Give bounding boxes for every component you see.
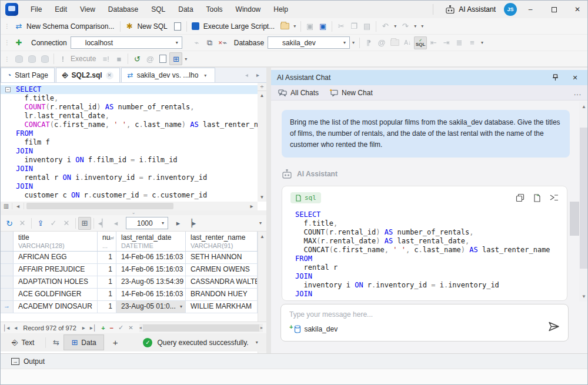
menu-database[interactable]: Database — [102, 3, 145, 16]
export-data-icon[interactable]: ⇪ — [34, 217, 47, 230]
cell-renter[interactable]: CASSANDRA WALTERS — [186, 276, 258, 288]
scrollbar-thumb[interactable] — [26, 203, 173, 209]
maximize-button[interactable] — [544, 2, 564, 17]
cell-rentals[interactable]: 1 — [98, 252, 116, 263]
context-tag[interactable]: + sakila_dev — [289, 323, 338, 335]
table-row[interactable]: AFRICAN EGG 1 14-Feb-06 15:16:03 SETH HA… — [1, 252, 266, 264]
tab-scroll-right-icon[interactable]: ▸ — [256, 72, 259, 78]
cell-rentals[interactable]: 1 — [98, 264, 116, 276]
paste-icon[interactable]: ▤ — [360, 20, 373, 33]
redo-icon[interactable]: ↷ — [399, 20, 412, 33]
new-sql-button[interactable]: New SQL — [136, 22, 171, 31]
column-header-title[interactable]: title VARCHAR(128) — [14, 232, 98, 251]
redo-dropdown[interactable]: ▾ — [412, 24, 419, 29]
cell-title[interactable]: ADAPTATION HOLES — [14, 276, 98, 288]
close-panel-icon[interactable]: ✕ — [567, 74, 583, 82]
format-lines-icon[interactable]: ≣ — [453, 36, 466, 49]
execute-large-script-button[interactable]: Execute Large Script... — [202, 22, 278, 31]
cell-renter[interactable]: BRANDON HUEY — [186, 289, 258, 300]
new-sql-from-code-icon[interactable]: + — [533, 193, 541, 202]
column-header-last-renter-name[interactable]: last_renter_name VARCHAR(91) — [186, 232, 258, 251]
last-record-icon[interactable]: ▸│ — [88, 324, 99, 331]
undo-icon[interactable]: ↶ — [379, 20, 392, 33]
scrollbar-thumb[interactable] — [143, 324, 259, 332]
split-editor-icon[interactable]: ÷ — [258, 83, 266, 91]
copy-icon[interactable]: ❐ — [348, 20, 360, 33]
delete-record-icon[interactable]: − — [108, 324, 116, 332]
close-button[interactable]: ✕ — [567, 2, 587, 17]
copy-code-icon[interactable] — [516, 193, 524, 202]
sql-code[interactable]: SELECT f.title, COUNT(r.rental_id) AS nu… — [16, 85, 258, 202]
toolbar-overflow-dropdown[interactable]: ▾ — [257, 220, 264, 226]
database-check-icon[interactable] — [38, 52, 51, 65]
disconnect-icon[interactable]: ✕⌁ — [216, 36, 229, 49]
cell-title[interactable]: AFFAIR PREJUDICE — [14, 264, 98, 276]
column-header-number-of-rentals[interactable]: nu ... ≓ — [98, 232, 116, 251]
new-connection-icon[interactable]: ✚ — [12, 36, 25, 49]
tab-schema-comparison[interactable]: ⇄ sakila_dev vs. ...lho ▾ — [121, 68, 216, 82]
connect-icon[interactable]: ⌁ — [191, 36, 203, 49]
scroll-right-icon[interactable]: ▸ — [260, 325, 263, 330]
first-record-icon[interactable]: │◂ — [1, 324, 12, 331]
send-message-icon[interactable] — [548, 322, 560, 332]
scroll-up-icon[interactable]: ▲ — [260, 232, 265, 242]
cell-renter[interactable]: SETH HANNON — [186, 252, 258, 263]
new-document-icon[interactable] — [171, 20, 184, 33]
table-row-selected[interactable]: → ACADEMY DINOSAUR 1 23-Aug-05 01:0... ▾… — [1, 301, 266, 313]
refresh-icon[interactable]: ↻ — [3, 217, 16, 230]
execute-script-lines-icon[interactable]: ≡! — [99, 52, 112, 65]
indent-icon[interactable]: ⇥ — [440, 36, 453, 49]
grid-horizontal-scrollbar[interactable]: ◂ ▸ — [139, 324, 263, 332]
new-chat-button[interactable]: ✦ New Chat — [329, 89, 373, 97]
table-row[interactable]: AFFAIR PREJUDICE 1 14-Feb-06 15:16:03 CA… — [1, 264, 266, 276]
tab-start-page[interactable]: ◔ Start Page — [1, 68, 55, 82]
scroll-down-icon[interactable]: ▼ — [260, 195, 265, 202]
menu-sql[interactable]: SQL — [145, 3, 172, 16]
output-label[interactable]: Output — [24, 357, 45, 366]
table-row[interactable]: ACE GOLDFINGER 1 14-Feb-06 15:16:03 BRAN… — [1, 289, 266, 301]
chevron-down-icon[interactable]: ▾ — [202, 73, 209, 78]
pin-icon[interactable] — [552, 74, 567, 81]
cell-date[interactable]: 14-Feb-06 15:16:03 — [116, 289, 186, 300]
toolbar-overflow-dropdown[interactable]: ▾ — [182, 56, 189, 62]
open-file-dropdown[interactable]: ▾ — [291, 24, 298, 29]
all-chats-button[interactable]: All Chats — [278, 89, 319, 97]
add-record-icon[interactable]: + — [99, 324, 107, 332]
sort-icon[interactable]: ≓ — [109, 235, 114, 241]
table-row[interactable]: ADAPTATION HOLES 1 23-Aug-05 13:54:39 CA… — [1, 276, 266, 289]
toolbar-overflow-dropdown[interactable]: ▾ — [479, 40, 486, 45]
add-result-tab-button[interactable]: + — [105, 334, 126, 351]
chat-input-box[interactable]: Type your message here... + sakila_dev — [280, 304, 569, 342]
cancel-edit-icon[interactable]: ✕ — [126, 324, 135, 331]
cell-rentals[interactable]: 1 — [98, 289, 116, 300]
last-page-icon[interactable]: ▕▸ — [185, 217, 198, 230]
scroll-right-icon[interactable]: ▸ — [246, 203, 258, 209]
discard-changes-icon[interactable]: ✕ — [60, 217, 73, 230]
page-size-combobox[interactable]: 1000 ▾ — [126, 217, 168, 229]
tab-text[interactable]: ⎆ Text — [4, 334, 42, 351]
scroll-up-icon[interactable]: ▲ — [579, 102, 588, 109]
cancel-refresh-icon[interactable]: ✕ — [16, 217, 29, 230]
stop-icon[interactable]: ■ — [112, 52, 125, 65]
database-time-icon[interactable] — [25, 52, 38, 65]
swap-view-icon[interactable]: ⇆ — [49, 336, 62, 349]
chat-vertical-scrollbar[interactable]: ▲ ▼ — [579, 102, 588, 302]
outdent-icon[interactable]: ⇤ — [427, 36, 440, 49]
next-page-icon[interactable]: ▸ — [172, 217, 185, 230]
cell-renter[interactable]: CARMEN OWENS — [186, 264, 258, 276]
open-file-icon[interactable] — [278, 20, 291, 33]
code-fold-icon[interactable]: − — [5, 87, 11, 92]
more-options-button[interactable]: ... — [574, 89, 582, 97]
apply-changes-icon[interactable]: ✓ — [47, 217, 60, 230]
new-snippet-icon[interactable] — [156, 52, 169, 65]
cell-title[interactable]: ACE GOLDFINGER — [14, 289, 98, 300]
new-window-icon[interactable]: ⧉ — [203, 36, 216, 49]
cell-rentals[interactable]: 1 — [98, 301, 116, 313]
sort-alpha-icon[interactable]: A↓ — [401, 36, 414, 49]
cell-date[interactable]: 14-Feb-06 15:16:03 — [116, 252, 186, 263]
undo-dropdown[interactable]: ▾ — [392, 24, 399, 29]
status-dropdown[interactable]: ▾ — [253, 340, 260, 345]
sql-editor[interactable]: − SELECT f.title, COUNT(r.rental_id) AS … — [1, 83, 266, 210]
tab-data[interactable]: ⊞ Data — [64, 334, 103, 350]
execute-in-editor-icon[interactable] — [549, 193, 559, 202]
